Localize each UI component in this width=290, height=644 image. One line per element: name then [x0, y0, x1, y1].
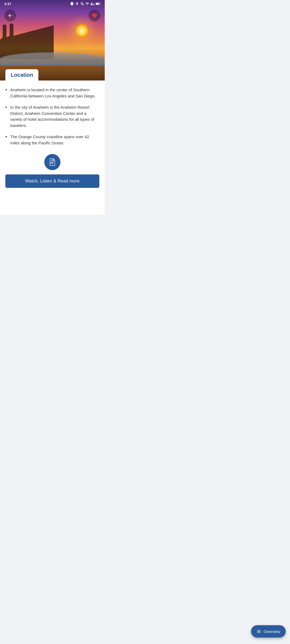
svg-rect-2	[100, 3, 100, 4]
shield-icon	[70, 2, 74, 6]
back-arrow-icon	[8, 13, 13, 18]
list-item: In the city of Anaheim is the Anaheim Re…	[5, 104, 99, 129]
bullet-text-3: The Orange County coastline spans over 4…	[10, 134, 99, 146]
location-tab[interactable]: Location	[5, 69, 38, 80]
battery-icon	[96, 2, 100, 6]
status-icons	[70, 2, 100, 6]
hero-image: Location	[0, 0, 105, 80]
bullet-text-1: Anaheim is located in the center of Sout…	[10, 87, 99, 99]
watch-listen-read-button[interactable]: Watch, Listen & Read more	[5, 174, 99, 188]
list-item: The Orange County coastline spans over 4…	[5, 134, 99, 146]
sun-decoration	[75, 24, 89, 38]
pdf-button-container: PDF	[5, 154, 99, 170]
pdf-button[interactable]: PDF	[44, 154, 60, 170]
bullet-list: Anaheim is located in the center of Sout…	[5, 87, 99, 146]
wave-decoration	[0, 52, 105, 66]
svg-point-4	[51, 160, 53, 162]
download-icon	[75, 2, 79, 6]
favorite-button[interactable]	[89, 10, 100, 21]
svg-rect-1	[96, 3, 99, 4]
content-area: Anaheim is located in the center of Sout…	[0, 80, 105, 215]
pdf-icon: PDF	[48, 158, 56, 166]
heart-icon	[92, 13, 97, 19]
back-button[interactable]	[4, 10, 16, 21]
svg-text:PDF: PDF	[50, 162, 54, 164]
list-item: Anaheim is located in the center of Sout…	[5, 87, 99, 99]
location-tab-label: Location	[11, 72, 33, 78]
translate-icon	[80, 2, 84, 6]
wifi-icon	[85, 2, 89, 6]
status-time: 3:37	[4, 2, 11, 6]
signal-icon	[90, 2, 94, 6]
pdf-icon-svg: PDF	[48, 158, 56, 166]
status-bar: 3:37	[0, 0, 105, 8]
bullet-text-2: In the city of Anaheim is the Anaheim Re…	[10, 104, 99, 129]
